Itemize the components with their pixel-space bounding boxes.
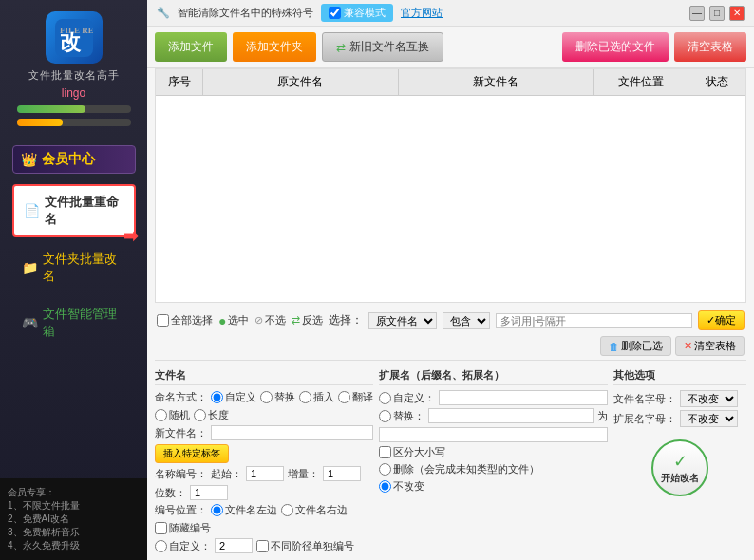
ext-custom-input[interactable]: [439, 390, 608, 405]
mode-translate[interactable]: 翻译: [338, 390, 373, 404]
option-panels: 文件名 命名方式： 自定义 替换 插入 翻译 随机 长度 新文件名： 插入特定标…: [155, 364, 746, 556]
batch-rename-label: 文件批量重命名: [45, 194, 124, 228]
digits-label: 位数：: [155, 486, 186, 500]
digits-input[interactable]: 1: [190, 485, 228, 500]
scramble-option[interactable]: 随藏编号: [155, 521, 211, 535]
window-controls: — □ ✕: [689, 6, 745, 21]
app-logo: FILE REN 改: [46, 11, 103, 64]
delete-small-button[interactable]: 🗑 删除已选: [600, 336, 671, 356]
member-center-button[interactable]: 👑 会员中心: [12, 145, 136, 174]
select-check-link[interactable]: ● 选中: [218, 313, 249, 328]
other-options-panel: 其他选项 文件名字母： 不改变 扩展名字母： 不改变 ✓ 开始改: [613, 366, 746, 553]
close-button[interactable]: ✕: [729, 6, 745, 21]
ext-custom-radio[interactable]: 自定义：: [379, 391, 435, 405]
ext-nochange-radio[interactable]: 不改变: [379, 479, 424, 494]
naming-mode-row: 命名方式： 自定义 替换 插入 翻译 随机 长度: [155, 390, 373, 422]
compatibility-check[interactable]: [329, 7, 341, 19]
col-status: 状态: [688, 69, 745, 95]
sidebar: FILE REN 改 文件批量改名高手 lingo 👑 会员中心 ➡ 📄 文件批…: [0, 0, 147, 560]
table-body: [156, 96, 745, 302]
filename-char-row: 文件名字母： 不改变: [613, 390, 746, 407]
numbering-row: 名称编号： 起始： 1 增量： 1 位数： 1: [155, 466, 373, 500]
select-all-label[interactable]: 全部选择: [157, 313, 213, 327]
filename-panel-title: 文件名: [155, 366, 373, 385]
deselect-text: 不选: [265, 313, 286, 327]
progress-bar-1: [17, 105, 131, 113]
add-file-button[interactable]: 添加文件: [155, 32, 227, 62]
new-name-row: 新文件名： 插入特定标签: [155, 425, 373, 463]
case-sensitive-row: 区分大小写: [379, 445, 608, 459]
position-label: 编号位置：: [155, 503, 207, 517]
new-name-input[interactable]: [211, 425, 373, 440]
select-all-checkbox[interactable]: [157, 314, 169, 327]
filter-input[interactable]: [496, 313, 692, 328]
member-center-label: 会员中心: [42, 151, 95, 168]
compatibility-label: 兼容模式: [344, 6, 386, 20]
case-sensitive-option[interactable]: 区分大小写: [379, 445, 445, 459]
sidebar-item-smart-manage[interactable]: 🎮 文件智能管理箱: [12, 298, 136, 347]
start-rename-label: 开始改名: [661, 472, 699, 485]
official-link[interactable]: 官方网站: [401, 6, 443, 20]
main-content: 🔧 智能清除文件名中的特殊符号 兼容模式 官方网站 — □ ✕ 添加文件 添加文…: [147, 0, 754, 560]
ext-replace-to-input[interactable]: [379, 427, 608, 442]
smart-manage-label: 文件智能管理箱: [43, 306, 126, 340]
confirm-button[interactable]: ✓确定: [698, 310, 745, 330]
sidebar-item-batch-folder[interactable]: 📁 文件夹批量改名: [12, 243, 136, 292]
ext-replace-radio[interactable]: 替换：: [379, 409, 424, 423]
ext-char-select[interactable]: 不改变: [680, 410, 738, 427]
main-toolbar: 添加文件 添加文件夹 ⇄ 新旧文件名互换 删除已选的文件 清空表格: [147, 27, 754, 68]
delete-small-text: 删除已选: [621, 339, 663, 353]
case-sensitive-checkbox[interactable]: [379, 446, 391, 458]
add-folder-button[interactable]: 添加文件夹: [233, 32, 316, 62]
minimize-button[interactable]: —: [689, 6, 705, 21]
pos-right[interactable]: 文件名右边: [281, 503, 348, 517]
custom-pos-input[interactable]: 2: [215, 538, 253, 553]
mode-random[interactable]: 随机: [155, 408, 190, 422]
reverse-text: 反选: [302, 313, 323, 327]
folder-icon: 📁: [22, 260, 38, 275]
ext-char-row: 扩展名字母： 不改变: [613, 410, 746, 427]
ext-replace-from-input[interactable]: [428, 408, 594, 423]
position-row: 编号位置： 文件名左边 文件名右边 随藏编号: [155, 503, 373, 535]
svg-text:改: 改: [60, 30, 82, 54]
pos-left[interactable]: 文件名左边: [211, 503, 277, 517]
batch-folder-label: 文件夹批量改名: [43, 251, 126, 285]
swap-names-button[interactable]: ⇄ 新旧文件名互换: [322, 32, 443, 62]
mode-replace[interactable]: 替换: [260, 390, 295, 404]
contain-dropdown[interactable]: 包含: [443, 312, 490, 329]
file-table: 序号 原文件名 新文件名 文件位置 状态: [155, 68, 746, 303]
select-type-dropdown[interactable]: 原文件名: [368, 312, 437, 329]
arrow-indicator: ➡: [123, 226, 138, 247]
mode-insert[interactable]: 插入: [299, 390, 334, 404]
start-rename-button[interactable]: ✓ 开始改名: [651, 439, 708, 496]
maximize-button[interactable]: □: [709, 6, 725, 21]
insert-tag-button[interactable]: 插入特定标签: [155, 444, 229, 463]
progress-bar-2: [17, 119, 131, 126]
clear-small-button[interactable]: ✕ 清空表格: [675, 336, 745, 356]
filename-char-select[interactable]: 不改变: [680, 390, 738, 407]
swap-label: 新旧文件名互换: [349, 39, 429, 55]
ext-nochange-row: 不改变: [379, 479, 608, 494]
table-header: 序号 原文件名 新文件名 文件位置 状态: [156, 69, 745, 96]
extension-panel: 扩展名（后缀名、拓展名） 自定义： 替换： 为 区分大小写: [379, 366, 608, 553]
mode-custom[interactable]: 自定义: [211, 390, 256, 404]
diff-lines-option[interactable]: 不同阶径单独编号: [256, 539, 354, 553]
clear-small-text: 清空表格: [694, 339, 736, 353]
compatibility-checkbox[interactable]: 兼容模式: [321, 4, 393, 22]
step-input[interactable]: 1: [323, 466, 361, 481]
custom-pos-row: 自定义： 2 不同阶径单独编号: [155, 538, 373, 553]
start-input[interactable]: 1: [246, 466, 284, 481]
ext-delete-radio[interactable]: 删除（会完成未知类型的文件）: [379, 462, 539, 476]
delete-selected-button[interactable]: 删除已选的文件: [562, 32, 669, 62]
member-icon: 👑: [21, 152, 37, 167]
ext-custom-row: 自定义：: [379, 390, 608, 405]
sidebar-item-batch-rename[interactable]: 📄 文件批量重命名: [12, 184, 136, 237]
start-check-icon: ✓: [673, 451, 688, 472]
mode-length[interactable]: 长度: [194, 408, 229, 422]
custom-pos-radio[interactable]: 自定义：: [155, 539, 211, 553]
clear-table-button[interactable]: 清空表格: [674, 32, 746, 62]
magic-icon: 🔧: [157, 7, 170, 19]
reverse-link[interactable]: ⇄ 反选: [292, 313, 323, 327]
deselect-link[interactable]: ⊘ 不选: [254, 313, 286, 327]
sidebar-tips: 会员专享： 1、不限文件批量 2、免费AI改名 3、免费解析音乐 4、永久免费升…: [8, 486, 140, 552]
